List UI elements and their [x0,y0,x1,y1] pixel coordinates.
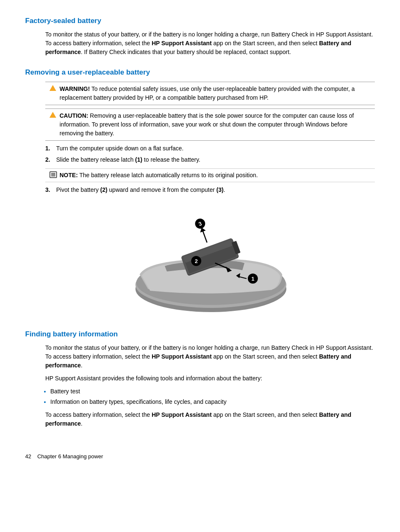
warning-triangle-icon [49,85,56,91]
note-label: NOTE: [60,172,78,178]
removing-section: Removing a user-replaceable battery WARN… [25,68,375,318]
page-number: 42 [25,453,31,460]
factory-sealed-body: To monitor the status of your battery, o… [45,30,375,57]
finding-para3: To access battery information, select th… [45,411,375,428]
bullet-2: Information on battery types, specificat… [50,398,375,406]
step-3-num: 3. [45,186,52,194]
factory-sealed-title: Factory-sealed battery [25,17,375,25]
page-footer: 42 Chapter 6 Managing power [25,453,375,460]
note-icon [49,171,57,178]
battery-diagram: 3 2 1 [114,201,291,318]
step-2-num: 2. [45,155,52,164]
caution-label: CAUTION: [60,112,88,119]
caution-triangle-icon [49,112,56,118]
step-1: 1. Turn the computer upside down on a fl… [45,144,375,153]
step-2: 2. Slide the battery release latch (1) t… [45,155,375,164]
finding-para2: HP Support Assistant provides the follow… [45,374,375,383]
step-3: 3. Pivot the battery (2) upward and remo… [45,186,375,194]
step-3-list: 3. Pivot the battery (2) upward and remo… [45,186,375,194]
caution-text: CAUTION: Removing a user-replaceable bat… [60,111,371,138]
step-1-num: 1. [45,144,52,153]
caution-box: CAUTION: Removing a user-replaceable bat… [45,108,375,141]
finding-section: Finding battery information To monitor t… [25,330,375,428]
finding-bullets: Battery test Information on battery type… [50,387,375,406]
warning-box: WARNING! To reduce potential safety issu… [45,82,375,105]
finding-title: Finding battery information [25,330,375,338]
removing-title: Removing a user-replaceable battery [25,68,375,77]
finding-para1: To monitor the status of your battery, o… [45,343,375,370]
steps-list: 1. Turn the computer upside down on a fl… [45,144,375,164]
svg-text:2: 2 [195,258,197,264]
chapter-label: Chapter 6 Managing power [37,453,103,460]
battery-diagram-container: 3 2 1 [50,201,355,318]
factory-sealed-section: Factory-sealed battery To monitor the st… [25,17,375,57]
step-3-text: Pivot the battery (2) upward and remove … [56,186,225,194]
warning-label: WARNING! [60,85,90,92]
step-2-text: Slide the battery release latch (1) to r… [56,155,200,164]
bullet-1: Battery test [50,387,375,396]
note-box: NOTE: The battery release latch automati… [45,168,375,182]
svg-text:1: 1 [251,276,254,282]
step-1-text: Turn the computer upside down on a flat … [56,144,184,153]
warning-text: WARNING! To reduce potential safety issu… [60,85,371,102]
note-text: NOTE: The battery release latch automati… [60,171,258,180]
svg-line-8 [203,231,207,243]
